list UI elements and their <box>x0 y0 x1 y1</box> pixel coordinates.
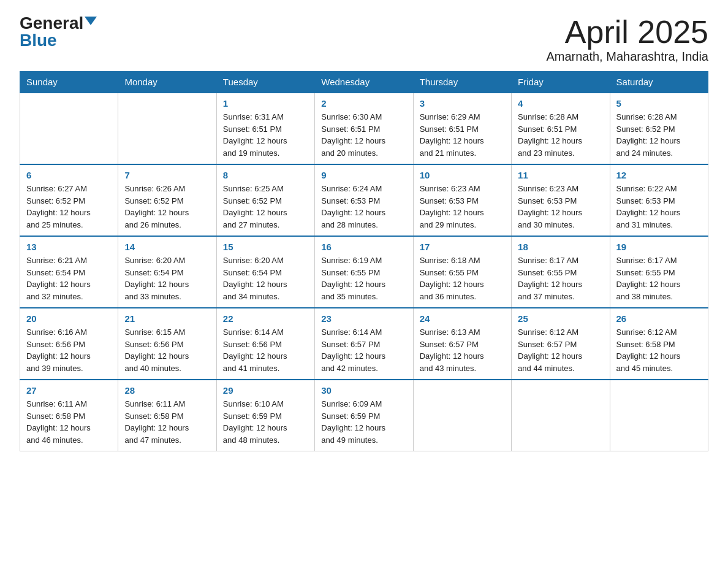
day-info: Sunrise: 6:28 AMSunset: 6:51 PMDaylight:… <box>518 111 603 159</box>
calendar-cell: 9Sunrise: 6:24 AMSunset: 6:53 PMDaylight… <box>315 164 413 236</box>
day-number: 6 <box>26 170 112 180</box>
day-number: 12 <box>616 170 702 180</box>
location-subtitle: Amarnath, Maharashtra, India <box>546 50 708 64</box>
day-number: 3 <box>420 98 505 109</box>
day-number: 13 <box>26 242 112 252</box>
calendar-cell <box>20 93 118 164</box>
day-number: 1 <box>223 98 308 109</box>
day-number: 26 <box>616 313 702 324</box>
calendar-cell: 18Sunrise: 6:17 AMSunset: 6:55 PMDayligh… <box>512 236 610 308</box>
day-info: Sunrise: 6:21 AMSunset: 6:54 PMDaylight:… <box>26 255 112 302</box>
logo-blue-text: Blue <box>20 32 57 49</box>
header-day-saturday: Saturday <box>610 72 708 93</box>
calendar-cell: 10Sunrise: 6:23 AMSunset: 6:53 PMDayligh… <box>413 164 511 236</box>
calendar-cell: 13Sunrise: 6:21 AMSunset: 6:54 PMDayligh… <box>20 236 118 308</box>
day-number: 20 <box>26 313 112 324</box>
day-number: 27 <box>26 385 112 396</box>
calendar-cell: 24Sunrise: 6:13 AMSunset: 6:57 PMDayligh… <box>413 308 511 380</box>
day-number: 22 <box>223 313 308 324</box>
day-info: Sunrise: 6:17 AMSunset: 6:55 PMDaylight:… <box>518 255 603 302</box>
day-info: Sunrise: 6:31 AMSunset: 6:51 PMDaylight:… <box>223 111 308 159</box>
day-number: 30 <box>321 385 406 396</box>
day-info: Sunrise: 6:24 AMSunset: 6:53 PMDaylight:… <box>321 183 406 231</box>
header-day-friday: Friday <box>512 72 610 93</box>
day-number: 7 <box>124 170 210 180</box>
calendar-week-row: 6Sunrise: 6:27 AMSunset: 6:52 PMDaylight… <box>20 164 708 236</box>
calendar-week-row: 1Sunrise: 6:31 AMSunset: 6:51 PMDaylight… <box>20 93 708 164</box>
calendar-cell: 14Sunrise: 6:20 AMSunset: 6:54 PMDayligh… <box>118 236 216 308</box>
calendar-cell: 12Sunrise: 6:22 AMSunset: 6:53 PMDayligh… <box>610 164 708 236</box>
calendar-week-row: 20Sunrise: 6:16 AMSunset: 6:56 PMDayligh… <box>20 308 708 380</box>
header-day-sunday: Sunday <box>20 72 118 93</box>
day-number: 25 <box>518 313 603 324</box>
day-number: 14 <box>124 242 210 252</box>
calendar-cell <box>118 93 216 164</box>
day-info: Sunrise: 6:23 AMSunset: 6:53 PMDaylight:… <box>420 183 505 231</box>
day-info: Sunrise: 6:15 AMSunset: 6:56 PMDaylight:… <box>124 326 210 374</box>
day-info: Sunrise: 6:09 AMSunset: 6:59 PMDaylight:… <box>321 398 406 446</box>
day-number: 16 <box>321 242 406 252</box>
calendar-cell: 26Sunrise: 6:12 AMSunset: 6:58 PMDayligh… <box>610 308 708 380</box>
calendar-week-row: 27Sunrise: 6:11 AMSunset: 6:58 PMDayligh… <box>20 380 708 451</box>
day-info: Sunrise: 6:12 AMSunset: 6:57 PMDaylight:… <box>518 326 603 374</box>
header-day-wednesday: Wednesday <box>315 72 413 93</box>
header-day-tuesday: Tuesday <box>216 72 314 93</box>
day-number: 19 <box>616 242 702 252</box>
day-number: 2 <box>321 98 406 109</box>
day-number: 11 <box>518 170 603 180</box>
calendar-cell: 29Sunrise: 6:10 AMSunset: 6:59 PMDayligh… <box>216 380 314 451</box>
header-day-monday: Monday <box>118 72 216 93</box>
day-info: Sunrise: 6:25 AMSunset: 6:52 PMDaylight:… <box>223 183 308 231</box>
day-info: Sunrise: 6:12 AMSunset: 6:58 PMDaylight:… <box>616 326 702 374</box>
calendar-cell: 17Sunrise: 6:18 AMSunset: 6:55 PMDayligh… <box>413 236 511 308</box>
day-info: Sunrise: 6:27 AMSunset: 6:52 PMDaylight:… <box>26 183 112 231</box>
day-number: 8 <box>223 170 308 180</box>
calendar-cell: 30Sunrise: 6:09 AMSunset: 6:59 PMDayligh… <box>315 380 413 451</box>
calendar-cell: 11Sunrise: 6:23 AMSunset: 6:53 PMDayligh… <box>512 164 610 236</box>
calendar-cell: 6Sunrise: 6:27 AMSunset: 6:52 PMDaylight… <box>20 164 118 236</box>
logo-general-text: General <box>20 15 83 32</box>
day-info: Sunrise: 6:19 AMSunset: 6:55 PMDaylight:… <box>321 255 406 302</box>
day-number: 4 <box>518 98 603 109</box>
calendar-table: SundayMondayTuesdayWednesdayThursdayFrid… <box>20 71 708 451</box>
calendar-cell: 19Sunrise: 6:17 AMSunset: 6:55 PMDayligh… <box>610 236 708 308</box>
day-number: 10 <box>420 170 505 180</box>
day-info: Sunrise: 6:23 AMSunset: 6:53 PMDaylight:… <box>518 183 603 231</box>
day-info: Sunrise: 6:10 AMSunset: 6:59 PMDaylight:… <box>223 398 308 446</box>
day-number: 15 <box>223 242 308 252</box>
day-info: Sunrise: 6:13 AMSunset: 6:57 PMDaylight:… <box>420 326 505 374</box>
calendar-cell: 7Sunrise: 6:26 AMSunset: 6:52 PMDaylight… <box>118 164 216 236</box>
calendar-cell: 1Sunrise: 6:31 AMSunset: 6:51 PMDaylight… <box>216 93 314 164</box>
day-number: 21 <box>124 313 210 324</box>
calendar-cell: 16Sunrise: 6:19 AMSunset: 6:55 PMDayligh… <box>315 236 413 308</box>
calendar-cell: 4Sunrise: 6:28 AMSunset: 6:51 PMDaylight… <box>512 93 610 164</box>
day-info: Sunrise: 6:30 AMSunset: 6:51 PMDaylight:… <box>321 111 406 159</box>
day-info: Sunrise: 6:18 AMSunset: 6:55 PMDaylight:… <box>420 255 505 302</box>
day-info: Sunrise: 6:17 AMSunset: 6:55 PMDaylight:… <box>616 255 702 302</box>
header-day-thursday: Thursday <box>413 72 511 93</box>
calendar-cell: 27Sunrise: 6:11 AMSunset: 6:58 PMDayligh… <box>20 380 118 451</box>
calendar-cell: 21Sunrise: 6:15 AMSunset: 6:56 PMDayligh… <box>118 308 216 380</box>
calendar-cell <box>610 380 708 451</box>
calendar-header-row: SundayMondayTuesdayWednesdayThursdayFrid… <box>20 72 708 93</box>
calendar-cell: 2Sunrise: 6:30 AMSunset: 6:51 PMDaylight… <box>315 93 413 164</box>
day-number: 23 <box>321 313 406 324</box>
calendar-cell: 3Sunrise: 6:29 AMSunset: 6:51 PMDaylight… <box>413 93 511 164</box>
month-year-title: April 2025 <box>546 15 708 50</box>
day-info: Sunrise: 6:28 AMSunset: 6:52 PMDaylight:… <box>616 111 702 159</box>
calendar-cell: 22Sunrise: 6:14 AMSunset: 6:56 PMDayligh… <box>216 308 314 380</box>
calendar-cell: 28Sunrise: 6:11 AMSunset: 6:58 PMDayligh… <box>118 380 216 451</box>
day-number: 24 <box>420 313 505 324</box>
day-info: Sunrise: 6:11 AMSunset: 6:58 PMDaylight:… <box>26 398 112 446</box>
calendar-week-row: 13Sunrise: 6:21 AMSunset: 6:54 PMDayligh… <box>20 236 708 308</box>
day-number: 29 <box>223 385 308 396</box>
day-info: Sunrise: 6:22 AMSunset: 6:53 PMDaylight:… <box>616 183 702 231</box>
page-header: General Blue April 2025 Amarnath, Mahara… <box>20 15 708 64</box>
calendar-cell: 8Sunrise: 6:25 AMSunset: 6:52 PMDaylight… <box>216 164 314 236</box>
calendar-cell: 25Sunrise: 6:12 AMSunset: 6:57 PMDayligh… <box>512 308 610 380</box>
day-info: Sunrise: 6:16 AMSunset: 6:56 PMDaylight:… <box>26 326 112 374</box>
calendar-cell: 20Sunrise: 6:16 AMSunset: 6:56 PMDayligh… <box>20 308 118 380</box>
day-info: Sunrise: 6:20 AMSunset: 6:54 PMDaylight:… <box>223 255 308 302</box>
day-info: Sunrise: 6:11 AMSunset: 6:58 PMDaylight:… <box>124 398 210 446</box>
day-info: Sunrise: 6:26 AMSunset: 6:52 PMDaylight:… <box>124 183 210 231</box>
